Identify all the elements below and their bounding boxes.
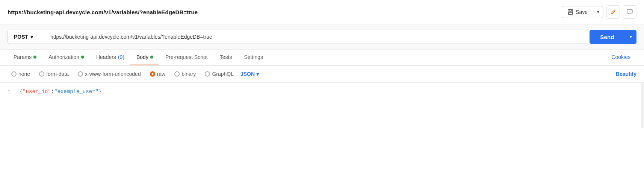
- line-numbers: 1: [8, 89, 11, 122]
- option-form-data[interactable]: form-data: [35, 69, 73, 78]
- headers-count: (9): [118, 54, 124, 60]
- method-select[interactable]: POST ▾: [8, 30, 45, 44]
- tab-prerequest[interactable]: Pre-request Script: [159, 50, 214, 65]
- method-label: POST: [14, 34, 28, 40]
- send-button[interactable]: Send: [590, 30, 625, 44]
- edit-button[interactable]: [606, 5, 620, 19]
- tab-headers[interactable]: Headers (9): [90, 50, 130, 65]
- body-options-row: none form-data x-www-form-urlencoded raw…: [0, 66, 644, 83]
- option-graphql[interactable]: GraphQL: [201, 69, 237, 78]
- save-group: Save ▾: [562, 6, 603, 18]
- option-none[interactable]: none: [8, 69, 34, 78]
- open-brace: {: [20, 89, 23, 95]
- binary-radio: [174, 71, 180, 77]
- edit-icon: [610, 9, 616, 15]
- tab-authorization[interactable]: Authorization: [42, 50, 90, 65]
- save-dropdown-button[interactable]: ▾: [593, 6, 603, 18]
- top-bar: https://bucketing-api.devcycle.com/v1/va…: [0, 0, 644, 24]
- request-bar: POST ▾ Send ▾: [0, 24, 644, 50]
- send-button-group: Send ▾: [590, 30, 636, 44]
- close-brace: }: [98, 89, 101, 95]
- code-area[interactable]: 1 {"user_id":"example_user"}: [0, 83, 644, 128]
- json-value: "example_user": [54, 89, 98, 95]
- send-dropdown-button[interactable]: ▾: [625, 30, 636, 44]
- option-urlencoded[interactable]: x-www-form-urlencoded: [74, 69, 145, 78]
- graphql-radio: [205, 71, 210, 77]
- svg-rect-3: [627, 9, 632, 13]
- none-radio: [11, 71, 17, 77]
- json-type-select[interactable]: JSON ▾: [240, 71, 259, 77]
- form-data-radio: [39, 71, 44, 77]
- raw-radio: [150, 71, 155, 77]
- option-binary[interactable]: binary: [171, 69, 200, 78]
- code-content[interactable]: {"user_id":"example_user"}: [20, 89, 636, 122]
- tab-body[interactable]: Body: [130, 50, 159, 65]
- option-raw[interactable]: raw: [146, 69, 169, 78]
- comment-icon: [627, 9, 633, 15]
- comment-button[interactable]: [623, 5, 636, 19]
- body-dot: [150, 56, 153, 59]
- urlencoded-radio: [78, 71, 83, 77]
- svg-rect-1: [569, 9, 571, 11]
- json-key: "user_id": [23, 89, 51, 95]
- top-url-display: https://bucketing-api.devcycle.com/v1/va…: [8, 9, 198, 15]
- params-dot: [33, 56, 36, 59]
- tab-tests[interactable]: Tests: [214, 50, 238, 65]
- auth-dot: [81, 56, 84, 59]
- tab-params[interactable]: Params: [8, 50, 42, 65]
- top-actions: Save ▾: [562, 5, 636, 19]
- code-editor: 1 {"user_id":"example_user"}: [0, 83, 644, 128]
- svg-rect-2: [568, 12, 572, 14]
- tab-cookies[interactable]: Cookies: [605, 50, 636, 65]
- save-button[interactable]: Save: [562, 6, 593, 18]
- method-chevron: ▾: [30, 34, 33, 40]
- scrollbar[interactable]: [641, 83, 644, 128]
- url-input[interactable]: [45, 30, 590, 44]
- beautify-button[interactable]: Beautify: [616, 71, 636, 77]
- tab-settings[interactable]: Settings: [238, 50, 269, 65]
- save-icon: [567, 9, 573, 15]
- tabs-row: Params Authorization Headers (9) Body Pr…: [0, 50, 644, 66]
- svg-rect-0: [568, 9, 573, 15]
